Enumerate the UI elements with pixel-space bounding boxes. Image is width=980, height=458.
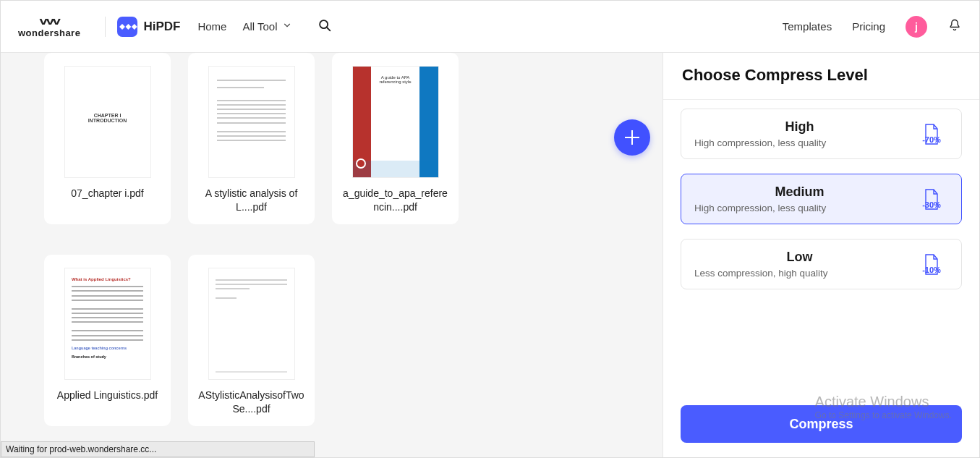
hipdf-title[interactable]: HiPDF xyxy=(143,20,180,34)
svg-rect-2 xyxy=(132,24,137,30)
file-thumbnail: What is Applied Linguistics? Language te… xyxy=(64,268,151,380)
file-card[interactable]: A guide to APAreferencing style a_guide_… xyxy=(332,53,459,224)
file-name: AStylisticAnalysisofTwoSe....pdf xyxy=(197,389,306,416)
level-text: High High compression, less quality xyxy=(694,119,905,148)
file-card[interactable]: CHAPTER IINTRODUCTION 07_chapter i.pdf xyxy=(44,53,171,224)
hipdf-glyph-icon xyxy=(117,17,137,37)
add-file-button[interactable] xyxy=(614,119,650,156)
level-name: Medium xyxy=(694,185,905,200)
file-name: a_guide_to_apa_referencin....pdf xyxy=(341,187,450,214)
file-card[interactable]: A stylistic analysis of L....pdf xyxy=(188,53,315,224)
file-grid: CHAPTER IINTRODUCTION 07_chapter i.pdf A… xyxy=(44,53,514,426)
file-card[interactable]: What is Applied Linguistics? Language te… xyxy=(44,255,171,426)
bell-icon[interactable] xyxy=(947,18,962,35)
compress-button[interactable]: Compress xyxy=(681,405,962,443)
nav-all-tools[interactable]: All Tool xyxy=(242,20,291,33)
compress-panel: Choose Compress Level High High compress… xyxy=(662,53,979,457)
panel-body: High High compression, less quality -70%… xyxy=(663,99,979,394)
file-icon xyxy=(923,124,940,145)
header-right: Templates Pricing j xyxy=(783,16,962,38)
level-desc: Less compression, high quality xyxy=(694,268,905,279)
level-name: High xyxy=(694,119,905,135)
svg-rect-0 xyxy=(119,24,125,30)
panel-title: Choose Compress Level xyxy=(663,53,979,99)
level-text: Medium High compression, less quality xyxy=(694,185,905,213)
file-card[interactable]: AStylisticAnalysisofTwoSe....pdf xyxy=(188,255,315,426)
level-medium[interactable]: Medium High compression, less quality -3… xyxy=(681,174,962,224)
file-thumbnail: A guide to APAreferencing style xyxy=(352,66,439,178)
file-thumbnail: CHAPTER IINTRODUCTION xyxy=(64,66,151,178)
panel-footer: Activate Windows Go to Settings to activ… xyxy=(663,394,979,457)
search-icon[interactable] xyxy=(317,17,333,36)
templates-link[interactable]: Templates xyxy=(783,20,832,33)
level-desc: High compression, less quality xyxy=(694,203,905,213)
avatar[interactable]: j xyxy=(906,16,927,38)
divider xyxy=(105,17,106,37)
file-thumbnail xyxy=(208,268,295,380)
wondershare-logo[interactable]: vvv wondershare xyxy=(18,14,80,38)
level-badge: -70% xyxy=(915,124,948,144)
file-icon xyxy=(923,189,940,211)
level-desc: High compression, less quality xyxy=(694,137,905,148)
level-high[interactable]: High High compression, less quality -70% xyxy=(681,109,962,159)
logo-mark: vvv xyxy=(40,17,59,26)
header: vvv wondershare HiPDF Home All Tool Temp… xyxy=(1,1,979,53)
pricing-link[interactable]: Pricing xyxy=(852,20,885,33)
level-name: Low xyxy=(694,250,905,265)
level-badge: -30% xyxy=(915,189,948,209)
logo-word: wondershare xyxy=(18,27,80,38)
svg-line-4 xyxy=(326,27,330,30)
nav-home[interactable]: Home xyxy=(197,20,226,33)
file-name: A stylistic analysis of L....pdf xyxy=(197,187,306,214)
level-text: Low Less compression, high quality xyxy=(694,250,905,279)
nav-all-tools-label: All Tool xyxy=(242,20,277,33)
svg-rect-1 xyxy=(126,24,132,30)
hipdf-icon[interactable] xyxy=(117,17,137,37)
level-low[interactable]: Low Less compression, high quality -10% xyxy=(681,239,962,289)
level-badge: -10% xyxy=(915,254,948,274)
chevron-down-icon xyxy=(282,20,292,33)
file-name: Applied Linguistics.pdf xyxy=(57,389,158,402)
file-thumbnail xyxy=(208,66,295,178)
browser-status-bar: Waiting for prod-web.wondershare.cc... xyxy=(1,441,315,457)
file-name: 07_chapter i.pdf xyxy=(71,187,143,200)
file-icon xyxy=(923,254,940,276)
